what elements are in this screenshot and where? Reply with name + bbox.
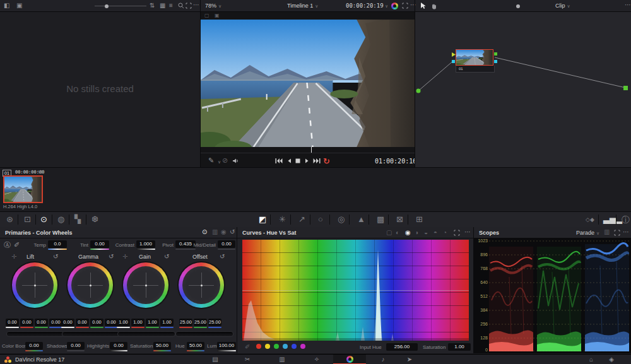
- grab-still-icon[interactable]: ▣: [16, 3, 22, 9]
- wipe-mode-b-icon[interactable]: ▣: [215, 13, 220, 18]
- hue-dot-yellow[interactable]: [265, 344, 270, 349]
- tab-deliver[interactable]: ➤: [399, 355, 420, 364]
- camera-raw-icon[interactable]: ⊛: [6, 214, 13, 224]
- gamma-master-slider[interactable]: [62, 331, 120, 337]
- color-boost-value[interactable]: 0.00: [25, 342, 43, 349]
- gallery-options-icon[interactable]: ⋯: [193, 2, 199, 8]
- curve-hue-vs-lum-icon[interactable]: ◑: [415, 230, 418, 236]
- key-palette-icon[interactable]: ⊠: [396, 214, 403, 224]
- gain-wheel[interactable]: [123, 262, 168, 308]
- rgb-mixer-icon[interactable]: ▚: [74, 214, 81, 224]
- sort-icon[interactable]: ⇅: [150, 3, 155, 9]
- scopes-options-icon[interactable]: ⋯: [623, 229, 629, 235]
- lift-reset-icon[interactable]: ↺: [53, 254, 58, 260]
- gallery-size-knob[interactable]: [105, 4, 109, 8]
- mid-detail-value[interactable]: 0.00: [218, 240, 235, 248]
- go-to-first-frame-icon[interactable]: [275, 158, 283, 164]
- color-wheels-icon[interactable]: ⊙: [40, 214, 47, 224]
- bars-mode-icon[interactable]: ▥: [212, 229, 218, 235]
- shadows-value[interactable]: 0.00: [67, 342, 85, 349]
- viewer-scrub-bar[interactable]: [201, 147, 415, 153]
- list-view-icon[interactable]: ≡: [169, 3, 173, 9]
- node-editor[interactable]: 01: [415, 12, 631, 167]
- lum-mix-value[interactable]: 100.00: [217, 342, 236, 349]
- node-options-icon[interactable]: ⋯: [625, 2, 631, 8]
- project-settings-button[interactable]: ◈: [602, 355, 621, 364]
- tab-media[interactable]: ▤: [204, 355, 226, 364]
- cursor-tool-icon[interactable]: [420, 2, 427, 9]
- offset-master-slider[interactable]: [175, 331, 233, 337]
- power-window-icon[interactable]: ○: [318, 214, 323, 224]
- scope-mode-dropdown[interactable]: Parade∨: [576, 230, 599, 236]
- hue-vs-sat-graph[interactable]: [242, 240, 469, 341]
- hue-dot-blue[interactable]: [292, 344, 297, 349]
- stills-gallery[interactable]: No stills created: [0, 12, 200, 167]
- wipe-mode-a-icon[interactable]: ▢: [204, 13, 209, 18]
- chevron-down-icon[interactable]: ∨: [218, 160, 221, 165]
- tab-color[interactable]: [333, 355, 366, 364]
- go-to-last-frame-icon[interactable]: [313, 158, 321, 164]
- tracker-icon[interactable]: ◎: [338, 214, 345, 224]
- log-mode-icon[interactable]: ◉: [221, 229, 227, 235]
- hue-dot-red[interactable]: [256, 344, 261, 349]
- curves-icon[interactable]: ◩: [259, 214, 266, 224]
- blur-palette-icon[interactable]: ▩: [377, 214, 384, 224]
- saturation-value[interactable]: 50.00: [153, 342, 171, 349]
- gamma-reset-icon[interactable]: ↺: [109, 254, 114, 260]
- source-port[interactable]: [416, 89, 421, 93]
- hue-dot-cyan[interactable]: [283, 344, 288, 349]
- search-icon[interactable]: [178, 3, 184, 9]
- highlights-value[interactable]: 0.00: [110, 342, 127, 349]
- tint-value[interactable]: 0.00: [90, 240, 109, 248]
- lift-picker-icon[interactable]: ✛: [11, 254, 16, 260]
- gallery-size-slider[interactable]: [95, 6, 146, 6]
- input-hue-value[interactable]: 256.00: [386, 343, 418, 351]
- step-back-icon[interactable]: [286, 158, 292, 164]
- grid-view-icon[interactable]: ▦: [160, 3, 165, 9]
- grade-indicator-icon[interactable]: [391, 3, 398, 9]
- viewer-zoom-dropdown[interactable]: 78%∨: [205, 3, 221, 9]
- curve-hue-vs-sat-icon[interactable]: ◉: [405, 230, 411, 236]
- output-port[interactable]: [623, 86, 628, 90]
- qualifier-icon[interactable]: ↗: [298, 214, 305, 224]
- lift-master-slider[interactable]: [6, 331, 64, 337]
- node-output-rgb-port[interactable]: [494, 52, 497, 56]
- sizing-palette-icon[interactable]: ⊞: [416, 214, 423, 224]
- clip-thumbnail[interactable]: [3, 175, 43, 203]
- curve-sat-vs-lum-icon[interactable]: ◔: [443, 230, 447, 236]
- hue-dot-magenta[interactable]: [300, 344, 305, 349]
- curves-options-icon[interactable]: ⋯: [464, 229, 471, 235]
- color-match-icon[interactable]: ⊡: [24, 214, 31, 224]
- stop-icon[interactable]: [295, 158, 300, 164]
- hue-dot-green[interactable]: [274, 344, 279, 349]
- curve-saturation-value[interactable]: 1.00: [448, 343, 471, 351]
- tab-cut[interactable]: ✂: [237, 355, 258, 364]
- corrector-node[interactable]: [456, 49, 493, 66]
- curve-custom-icon[interactable]: ▢: [386, 230, 392, 236]
- gallery-panel-icon[interactable]: ◧: [4, 3, 9, 9]
- motion-effects-icon[interactable]: ❆: [91, 214, 98, 224]
- pan-hand-icon[interactable]: [431, 3, 438, 9]
- wheels-mode-icon[interactable]: ⊙: [202, 229, 207, 235]
- info-palette-icon[interactable]: ⓘ: [622, 214, 630, 226]
- timeline-selector[interactable]: Timeline 1∨: [287, 3, 318, 9]
- scope-settings-icon[interactable]: ▥: [604, 229, 610, 235]
- hue-value[interactable]: 50.00: [187, 342, 204, 349]
- viewer-playhead[interactable]: [311, 147, 312, 153]
- node-output-key-port[interactable]: [494, 60, 497, 63]
- viewer-options-icon[interactable]: ⋯: [410, 2, 416, 8]
- expand-curves-icon[interactable]: [454, 230, 460, 236]
- tab-edit[interactable]: ▥: [271, 355, 293, 364]
- offset-wheel[interactable]: [179, 262, 224, 308]
- color-warper-icon[interactable]: ✳: [279, 214, 286, 224]
- parade-scope[interactable]: 1023 896 768 640 512 384 256 128 0: [474, 238, 631, 353]
- expand-scopes-icon[interactable]: [614, 230, 620, 236]
- curve-sat-vs-sat-icon[interactable]: ◓: [433, 230, 437, 236]
- audio-speaker-icon[interactable]: [232, 158, 240, 165]
- tab-fairlight[interactable]: ♪: [372, 355, 394, 364]
- tab-fusion[interactable]: ✧: [306, 355, 327, 364]
- viewer-timecode-dropdown[interactable]: 00:00:20:19∨: [346, 3, 388, 9]
- expand-viewer-icon[interactable]: [402, 3, 408, 9]
- temp-value[interactable]: 0.0: [48, 240, 67, 248]
- viewer-video-frame[interactable]: [201, 20, 415, 147]
